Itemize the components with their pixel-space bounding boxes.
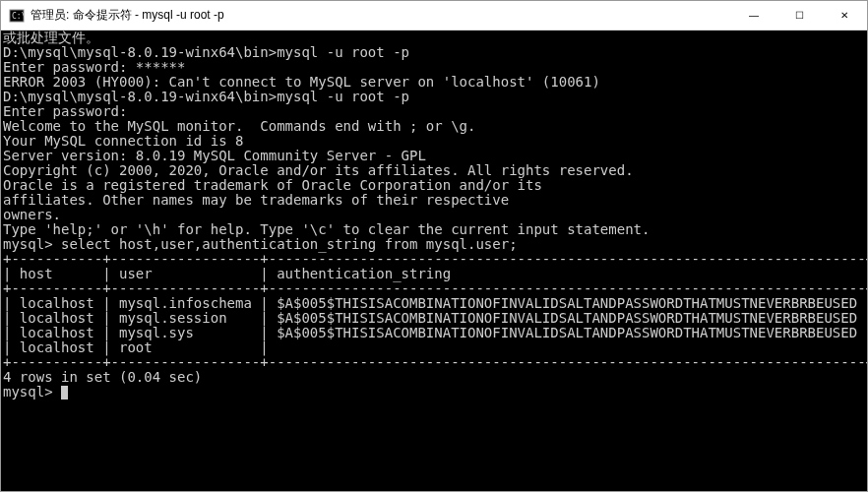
terminal-line: Type 'help;' or '\h' for help. Type '\c'… bbox=[3, 222, 865, 237]
terminal-line: Enter password: bbox=[3, 104, 865, 119]
minimize-button[interactable]: — bbox=[731, 1, 776, 30]
terminal-line: Server version: 8.0.19 MySQL Community S… bbox=[3, 149, 865, 163]
terminal-line: | localhost | mysql.sys | $A$005$THISISA… bbox=[3, 326, 865, 340]
terminal-line: D:\mysql\mysql-8.0.19-winx64\bin>mysql -… bbox=[3, 90, 865, 104]
terminal-line: ERROR 2003 (HY000): Can't connect to MyS… bbox=[3, 75, 865, 90]
titlebar[interactable]: C:\ 管理员: 命令提示符 - mysql -u root -p — ☐ ✕ bbox=[1, 1, 867, 31]
terminal-line: 4 rows in set (0.04 sec) bbox=[3, 370, 865, 385]
terminal-output[interactable]: 或批处理文件。D:\mysql\mysql-8.0.19-winx64\bin>… bbox=[1, 31, 867, 491]
terminal-line: Enter password: ****** bbox=[3, 60, 865, 75]
terminal-line: | host | user | authentication_string | bbox=[3, 267, 865, 281]
terminal-line: Your MySQL connection id is 8 bbox=[3, 134, 865, 149]
terminal-line: 或批处理文件。 bbox=[3, 31, 865, 45]
command-prompt-window: C:\ 管理员: 命令提示符 - mysql -u root -p — ☐ ✕ … bbox=[0, 0, 868, 492]
terminal-line: Oracle is a registered trademark of Orac… bbox=[3, 178, 865, 193]
terminal-line: | localhost | mysql.infoschema | $A$005$… bbox=[3, 296, 865, 311]
terminal-line: D:\mysql\mysql-8.0.19-winx64\bin>mysql -… bbox=[3, 45, 865, 60]
terminal-line: | localhost | mysql.session | $A$005$THI… bbox=[3, 311, 865, 326]
terminal-line: owners. bbox=[3, 208, 865, 222]
cmd-icon: C:\ bbox=[9, 8, 25, 24]
terminal-line: +-----------+------------------+--------… bbox=[3, 281, 865, 296]
maximize-button[interactable]: ☐ bbox=[776, 1, 822, 30]
terminal-line: mysql> select host,user,authentication_s… bbox=[3, 237, 865, 252]
window-title: 管理员: 命令提示符 - mysql -u root -p bbox=[31, 7, 731, 24]
terminal-line: | localhost | root | | bbox=[3, 340, 865, 355]
terminal-line: +-----------+------------------+--------… bbox=[3, 252, 865, 267]
cursor bbox=[61, 386, 68, 400]
terminal-line: mysql> bbox=[3, 385, 865, 400]
window-controls: — ☐ ✕ bbox=[731, 1, 867, 30]
terminal-line: affiliates. Other names may be trademark… bbox=[3, 193, 865, 208]
terminal-line: Welcome to the MySQL monitor. Commands e… bbox=[3, 119, 865, 134]
svg-text:C:\: C:\ bbox=[12, 12, 25, 21]
close-button[interactable]: ✕ bbox=[822, 1, 867, 30]
terminal-line: +-----------+------------------+--------… bbox=[3, 355, 865, 370]
terminal-line: Copyright (c) 2000, 2020, Oracle and/or … bbox=[3, 163, 865, 178]
